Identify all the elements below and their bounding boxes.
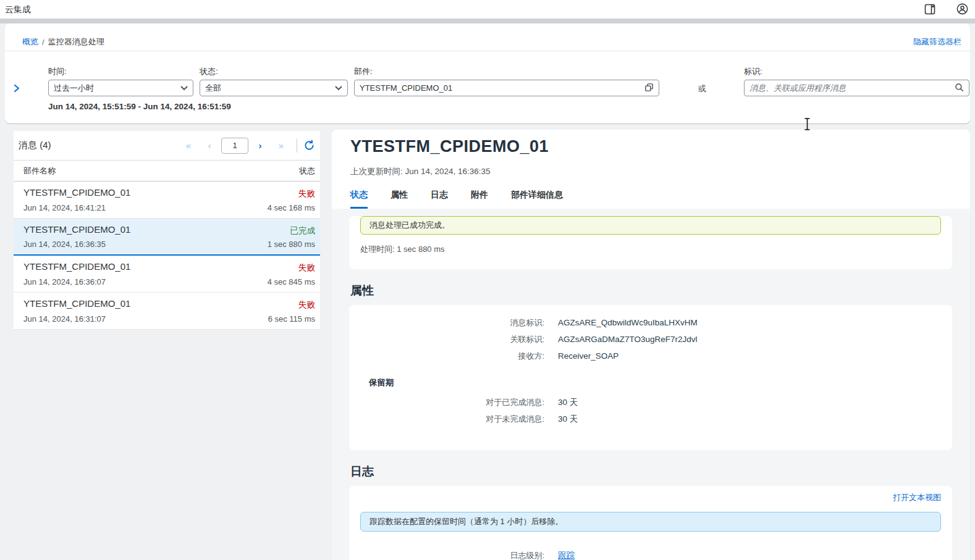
first-page-button[interactable]: « — [179, 138, 198, 154]
breadcrumb-overview-link[interactable]: 概览 — [22, 36, 38, 48]
row-duration: 1 sec 880 ms — [268, 240, 315, 249]
tab-log[interactable]: 日志 — [431, 190, 448, 209]
filter-panel: 概览 / 监控器消息处理 隐藏筛选器栏 时间: 过去一小时 状态: 全部 部件:… — [5, 23, 970, 123]
shell-bar: 云集成 — [0, 0, 975, 19]
search-icon[interactable] — [955, 83, 964, 94]
chevron-down-icon — [335, 83, 342, 93]
column-status-header: 状态 — [299, 165, 315, 177]
date-range-text: Jun 14, 2024, 15:51:59 - Jun 14, 2024, 1… — [48, 102, 231, 111]
chevron-down-icon — [180, 83, 188, 93]
info-message-strip: 跟踪数据在配置的保留时间（通常为 1 小时）后移除。 — [360, 512, 941, 532]
tab-status[interactable]: 状态 — [350, 190, 368, 209]
next-page-button[interactable]: › — [251, 138, 269, 154]
value-help-icon[interactable] — [644, 83, 654, 94]
status-card: 消息处理已成功完成。 处理时间: 1 sec 880 ms — [349, 216, 952, 269]
detail-content: 消息处理已成功完成。 处理时间: 1 sec 880 ms 属性 消息标识: A… — [332, 209, 970, 560]
list-column-headers: 部件名称 状态 — [14, 161, 320, 182]
row-artifact-name: YTESTFM_CPIDEMO_01 — [23, 298, 130, 309]
success-message-text: 消息处理已成功完成。 — [369, 220, 450, 231]
status-badge: 失败 — [298, 262, 315, 274]
correlation-id-value: AGZsARGaDMaZ7TO3ugReF7r2Jdvl — [558, 334, 698, 345]
row-artifact-name: YTESTFM_CPIDEMO_01 — [23, 187, 130, 198]
properties-card: 消息标识: AGZsARE_QdbwildWc9uIbaLHXvHM 关联标识:… — [349, 305, 952, 450]
receiver-value: Receiver_SOAP — [558, 351, 618, 361]
paginator: « ‹ › » — [179, 138, 315, 154]
info-message-text: 跟踪数据在配置的保留时间（通常为 1 小时）后移除。 — [369, 516, 563, 527]
page-number-input[interactable] — [221, 138, 248, 154]
row-artifact-name: YTESTFM_CPIDEMO_01 — [23, 261, 130, 272]
workspace-icon[interactable] — [924, 3, 936, 15]
detail-header: YTESTFM_CPIDEMO_01 上次更新时间: Jun 14, 2024,… — [332, 130, 970, 209]
row-timestamp: Jun 14, 2024, 16:36:07 — [23, 277, 106, 286]
tab-artifact-details[interactable]: 部件详细信息 — [511, 190, 563, 209]
tab-properties[interactable]: 属性 — [390, 190, 408, 209]
id-filter-label: 标识: — [744, 66, 762, 77]
artifact-filter-input[interactable]: YTESTFM_CPIDEMO_01 — [354, 80, 659, 96]
message-row[interactable]: YTESTFM_CPIDEMO_01 失败 Jun 14, 2024, 16:4… — [14, 182, 320, 219]
retention-subheader: 保留期 — [369, 377, 952, 388]
time-filter-value: 过去一小时 — [54, 83, 180, 94]
message-row[interactable]: YTESTFM_CPIDEMO_01 失败 Jun 14, 2024, 16:3… — [14, 256, 320, 293]
breadcrumb: 概览 / 监控器消息处理 隐藏筛选器栏 — [22, 32, 961, 52]
detail-tab-strip: 状态 属性 日志 附件 部件详细信息 — [350, 190, 563, 209]
status-filter-label: 状态: — [200, 66, 218, 77]
id-search-placeholder: 消息、关联或应用程序消息 — [749, 83, 955, 94]
log-level-link[interactable]: 跟踪 — [558, 550, 575, 560]
tab-attachments[interactable]: 附件 — [471, 190, 488, 209]
artifact-filter-label: 部件: — [354, 66, 373, 77]
message-list-panel: 消息 (4) « ‹ › » 部件名称 状态 YTESTFM_CPIDEMO_0… — [14, 131, 320, 330]
text-cursor — [803, 117, 811, 133]
id-search-input[interactable]: 消息、关联或应用程序消息 — [744, 80, 969, 96]
row-timestamp: Jun 14, 2024, 16:36:35 — [23, 240, 106, 249]
app-title: 云集成 — [5, 4, 31, 15]
message-row-selected[interactable]: YTESTFM_CPIDEMO_01 已完成 Jun 14, 2024, 16:… — [14, 219, 320, 256]
time-filter-label: 时间: — [48, 66, 67, 77]
row-artifact-name: YTESTFM_CPIDEMO_01 — [23, 224, 130, 235]
status-filter-select[interactable]: 全部 — [200, 80, 348, 96]
properties-section-title: 属性 — [350, 283, 970, 299]
hide-filter-bar-link[interactable]: 隐藏筛选器栏 — [913, 36, 961, 48]
message-list-toolbar: 消息 (4) « ‹ › » — [14, 131, 320, 161]
shell-shadow-band — [0, 19, 975, 23]
last-updated-text: 上次更新时间: Jun 14, 2024, 16:36:35 — [350, 166, 491, 177]
toolbar-divider — [297, 139, 297, 153]
status-badge: 已完成 — [290, 225, 316, 236]
retention-completed-value: 30 天 — [558, 397, 578, 407]
receiver-label: 接收方: — [349, 351, 544, 361]
row-duration: 4 sec 845 ms — [268, 277, 315, 286]
status-filter-value: 全部 — [205, 83, 335, 94]
breadcrumb-separator: / — [42, 38, 44, 47]
log-section-title: 日志 — [350, 464, 970, 480]
breadcrumb-divider — [5, 51, 970, 51]
column-name-header: 部件名称 — [23, 165, 56, 177]
log-card: 打开文本视图 跟踪数据在配置的保留时间（通常为 1 小时）后移除。 日志级别: … — [349, 486, 952, 560]
artifact-filter-value: YTESTFM_CPIDEMO_01 — [360, 83, 644, 93]
refresh-icon[interactable] — [303, 140, 315, 151]
success-message-strip: 消息处理已成功完成。 — [360, 216, 941, 235]
status-badge: 失败 — [298, 299, 315, 311]
message-row[interactable]: YTESTFM_CPIDEMO_01 失败 Jun 14, 2024, 16:3… — [14, 293, 320, 330]
message-id-value: AGZsARE_QdbwildWc9uIbaLHXvHM — [558, 317, 698, 328]
log-level-label: 日志级别: — [349, 550, 544, 560]
or-label: 或 — [698, 83, 706, 94]
account-icon[interactable] — [956, 2, 969, 15]
row-duration: 6 sec 115 ms — [268, 314, 315, 324]
detail-title: YTESTFM_CPIDEMO_01 — [350, 137, 549, 156]
processing-time-text: 处理时间: 1 sec 880 ms — [360, 244, 941, 255]
message-detail-panel: YTESTFM_CPIDEMO_01 上次更新时间: Jun 14, 2024,… — [332, 130, 970, 560]
open-text-view-link[interactable]: 打开文本视图 — [893, 492, 941, 503]
row-duration: 4 sec 168 ms — [268, 203, 315, 212]
previous-page-button[interactable]: ‹ — [200, 138, 219, 154]
row-timestamp: Jun 14, 2024, 16:41:21 — [23, 203, 106, 212]
last-page-button[interactable]: » — [272, 138, 290, 154]
retention-incomplete-value: 30 天 — [558, 414, 578, 424]
chevron-right-icon[interactable] — [12, 83, 21, 96]
retention-completed-label: 对于已完成消息: — [349, 397, 544, 407]
correlation-id-label: 关联标识: — [349, 334, 544, 345]
row-timestamp: Jun 14, 2024, 16:31:07 — [23, 314, 106, 324]
message-list-title: 消息 (4) — [19, 140, 51, 151]
status-badge: 失败 — [298, 188, 315, 199]
message-id-label: 消息标识: — [349, 317, 544, 328]
retention-incomplete-label: 对于未完成消息: — [349, 414, 544, 424]
time-filter-select[interactable]: 过去一小时 — [48, 80, 193, 96]
